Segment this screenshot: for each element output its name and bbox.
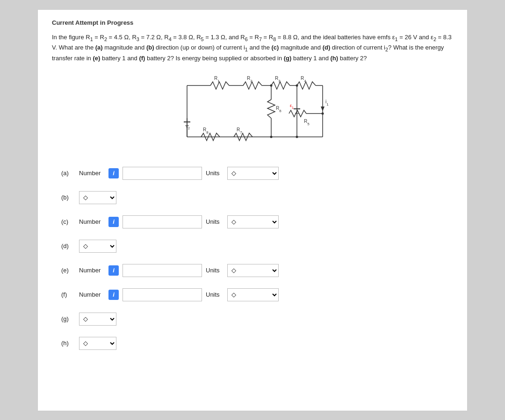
svg-text:R5: R5 xyxy=(304,119,310,126)
units-label-e: Units xyxy=(206,267,224,274)
answer-row-g: (g) ◇ supplied absorbed xyxy=(52,307,453,331)
svg-point-24 xyxy=(296,84,298,86)
number-input-f[interactable] xyxy=(123,288,202,301)
svg-text:R6: R6 xyxy=(276,106,281,113)
units-select-c[interactable]: ◇ A mA xyxy=(227,215,279,228)
units-label-a: Units xyxy=(206,170,224,177)
answer-row-a: (a) Number i Units ◇ A mA xyxy=(52,161,453,185)
direction-select-b[interactable]: ◇ up down xyxy=(79,191,116,204)
units-select-a[interactable]: ◇ A mA xyxy=(227,167,279,180)
direction-select-d[interactable]: ◇ up down xyxy=(79,240,116,253)
energy-select-h[interactable]: ◇ supplied absorbed xyxy=(79,337,116,350)
svg-point-36 xyxy=(322,112,324,114)
section-title: Current Attempt in Progress xyxy=(52,19,453,26)
answer-row-c: (c) Number i Units ◇ A mA xyxy=(52,210,453,234)
svg-text:R1: R1 xyxy=(214,76,220,83)
label-e: (e) xyxy=(61,267,75,274)
circuit-diagram: R1 R2 R3 R4 i1 xyxy=(52,71,453,151)
units-label-c: Units xyxy=(206,218,224,225)
svg-point-25 xyxy=(296,135,298,138)
svg-text:R7: R7 xyxy=(237,127,242,135)
number-input-a[interactable] xyxy=(123,167,202,180)
number-input-e[interactable] xyxy=(123,264,202,277)
label-c: (c) xyxy=(61,218,75,225)
answer-row-h: (h) ◇ supplied absorbed xyxy=(52,331,453,356)
svg-point-35 xyxy=(270,135,273,138)
units-select-e[interactable]: ◇ W mW xyxy=(227,264,279,277)
answer-row-d: (d) ◇ up down xyxy=(52,234,453,258)
keyword-f: Number xyxy=(79,291,105,298)
answer-row-f: (f) Number i Units ◇ W mW xyxy=(52,283,453,307)
keyword-c: Number xyxy=(79,218,105,225)
label-g: (g) xyxy=(61,315,75,322)
keyword-e: Number xyxy=(79,267,105,274)
svg-text:R3: R3 xyxy=(275,76,281,83)
label-b: (b) xyxy=(61,194,75,201)
problem-text: In the figure R1 = R2 = 4.5 Ω, R3 = 7.2 … xyxy=(52,33,453,63)
svg-text:ε2: ε2 xyxy=(186,124,190,130)
units-select-f[interactable]: ◇ W mW xyxy=(227,288,279,301)
svg-point-34 xyxy=(270,84,273,86)
info-button-e[interactable]: i xyxy=(108,265,119,276)
answer-rows: (a) Number i Units ◇ A mA (b) ◇ up down … xyxy=(52,161,453,356)
label-f: (f) xyxy=(61,291,75,298)
answer-row-e: (e) Number i Units ◇ W mW xyxy=(52,258,453,283)
label-h: (h) xyxy=(61,340,75,347)
page-container: Current Attempt in Progress In the figur… xyxy=(37,9,468,411)
info-button-f[interactable]: i xyxy=(108,290,119,300)
svg-text:i1: i1 xyxy=(325,99,329,107)
svg-text:R4: R4 xyxy=(301,76,306,83)
label-a: (a) xyxy=(61,170,75,177)
circuit-svg: R1 R2 R3 R4 i1 xyxy=(173,71,332,151)
keyword-a: Number xyxy=(79,170,105,177)
info-button-c[interactable]: i xyxy=(108,217,119,227)
number-input-c[interactable] xyxy=(123,215,202,228)
energy-select-g[interactable]: ◇ supplied absorbed xyxy=(79,313,116,326)
label-d: (d) xyxy=(61,242,75,249)
answer-row-b: (b) ◇ up down xyxy=(52,185,453,210)
svg-text:ε1: ε1 xyxy=(290,103,294,109)
svg-text:R2: R2 xyxy=(247,76,252,83)
units-label-f: Units xyxy=(206,291,224,298)
info-button-a[interactable]: i xyxy=(108,168,119,178)
svg-marker-11 xyxy=(321,107,325,111)
